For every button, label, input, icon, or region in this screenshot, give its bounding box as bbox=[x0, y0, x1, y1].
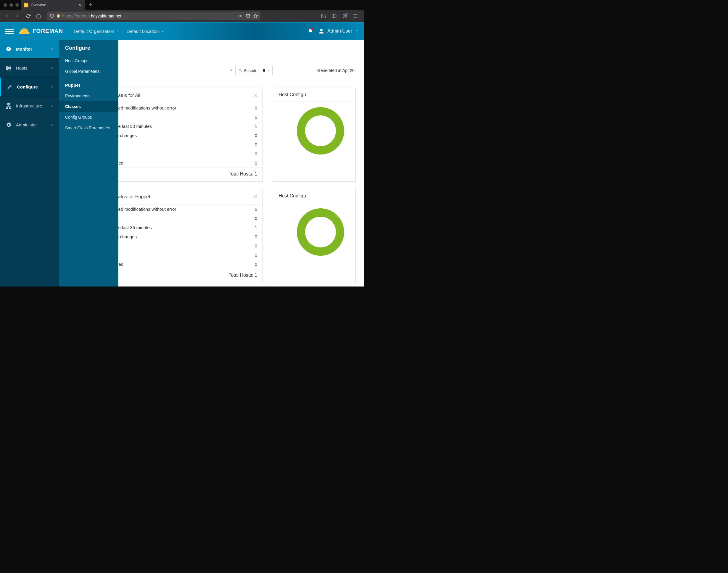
url-actions: ••• bbox=[238, 14, 258, 18]
location-dropdown[interactable]: Default Location bbox=[123, 29, 167, 34]
caret-down-icon bbox=[355, 29, 359, 33]
shield-icon[interactable] bbox=[50, 14, 54, 18]
status-value: 0 bbox=[255, 243, 257, 248]
sidebar-label: Monitor bbox=[16, 47, 32, 52]
svg-rect-3 bbox=[19, 32, 30, 34]
donut-chart bbox=[297, 107, 344, 155]
favicon-icon bbox=[24, 3, 29, 7]
close-window[interactable] bbox=[4, 3, 7, 7]
organization-dropdown[interactable]: Default Organization bbox=[70, 29, 123, 34]
brand-logo[interactable]: FOREMAN bbox=[19, 27, 63, 35]
hamburger-button[interactable] bbox=[5, 29, 14, 34]
tab-title: Overview bbox=[31, 3, 46, 7]
clear-search-button[interactable]: × bbox=[227, 66, 235, 75]
search-button[interactable]: Search bbox=[235, 66, 259, 75]
sidebar-label: Hosts bbox=[16, 65, 27, 70]
flyout-item-environments[interactable]: Environments bbox=[59, 91, 118, 101]
svg-point-5 bbox=[320, 29, 323, 32]
panel-close-button[interactable]: × bbox=[254, 193, 257, 200]
flyout-heading-puppet: Puppet bbox=[59, 76, 118, 91]
more-icon[interactable]: ••• bbox=[238, 14, 243, 18]
tabs-row: Overview × + bbox=[21, 0, 96, 10]
home-button[interactable] bbox=[34, 11, 43, 20]
notification-dot bbox=[311, 28, 314, 30]
tab-close-button[interactable]: × bbox=[77, 2, 82, 8]
sidebar-item-infrastructure[interactable]: Infrastructure bbox=[0, 97, 59, 115]
flyout-item-host-groups[interactable]: Host Groups bbox=[59, 55, 118, 66]
account-icon[interactable] bbox=[341, 12, 349, 20]
notifications-button[interactable] bbox=[308, 29, 313, 34]
generated-timestamp: Generated at Apr 20, bbox=[317, 68, 356, 73]
status-value: 1 bbox=[255, 225, 257, 230]
sidebar-icon[interactable] bbox=[330, 12, 338, 20]
status-value: 0 bbox=[255, 133, 257, 138]
browser-chrome: Overview × + https://foreman.heyva bbox=[0, 0, 364, 22]
sidebar-item-configure[interactable]: Configure bbox=[0, 77, 59, 97]
back-button[interactable] bbox=[2, 11, 11, 20]
status-value: 0 bbox=[255, 253, 257, 258]
svg-rect-11 bbox=[6, 107, 8, 108]
sidebar-label: Administer bbox=[16, 122, 37, 127]
user-menu[interactable]: Admin User bbox=[318, 28, 359, 34]
new-tab-button[interactable]: + bbox=[85, 1, 96, 8]
dashboard-icon bbox=[5, 46, 12, 52]
flyout-title: Configure bbox=[59, 40, 118, 55]
flyout-item-global-parameters[interactable]: Global Parameters bbox=[59, 66, 118, 76]
status-value: 0 bbox=[255, 142, 257, 147]
sidebar-item-administer[interactable]: Administer bbox=[0, 115, 59, 135]
status-value: 0 bbox=[255, 262, 257, 267]
bookmark-icon bbox=[262, 69, 266, 72]
wrench-icon bbox=[6, 84, 13, 90]
browser-toolbar: https://foreman.heyvaldemar.net ••• bbox=[0, 10, 364, 22]
titlebar: Overview × + bbox=[0, 0, 364, 10]
sidebar: Monitor Hosts Configure Infrastructure A… bbox=[0, 40, 59, 286]
sidebar-label: Configure bbox=[17, 84, 38, 89]
star-icon[interactable] bbox=[253, 14, 258, 18]
window-controls bbox=[4, 3, 19, 7]
chevron-right-icon bbox=[50, 104, 54, 108]
caret-down-icon bbox=[267, 69, 269, 72]
sidebar-item-monitor[interactable]: Monitor bbox=[0, 40, 59, 59]
forward-button[interactable] bbox=[13, 11, 22, 20]
network-icon bbox=[5, 103, 12, 109]
app-header: FOREMAN Default Organization Default Loc… bbox=[0, 22, 364, 40]
configure-flyout: Configure Host Groups Global Parameters … bbox=[59, 40, 118, 286]
status-value: 0 bbox=[255, 160, 257, 165]
panel-close-button[interactable]: × bbox=[254, 92, 257, 99]
panel-chart-puppet: Host Configu bbox=[273, 189, 356, 283]
chevron-right-icon bbox=[50, 47, 54, 51]
status-value: 0 bbox=[255, 105, 257, 110]
reload-button[interactable] bbox=[24, 11, 33, 20]
status-value: 0 bbox=[255, 207, 257, 212]
chevron-right-icon bbox=[50, 66, 54, 70]
svg-rect-0 bbox=[332, 14, 336, 18]
minimize-window[interactable] bbox=[9, 3, 13, 7]
svg-point-8 bbox=[7, 67, 8, 67]
flyout-item-classes[interactable]: Classes bbox=[59, 101, 118, 112]
server-icon bbox=[5, 65, 12, 71]
panel-chart-all: Host Configu bbox=[273, 88, 356, 182]
flyout-item-smart-class-parameters[interactable]: Smart Class Parameters bbox=[59, 122, 118, 133]
url-bar[interactable]: https://foreman.heyvaldemar.net ••• bbox=[47, 11, 260, 20]
svg-rect-4 bbox=[23, 28, 26, 30]
gear-icon bbox=[5, 122, 12, 128]
lock-icon[interactable] bbox=[56, 14, 60, 18]
maximize-window[interactable] bbox=[15, 3, 19, 7]
status-value: 0 bbox=[255, 234, 257, 239]
hardhat-icon bbox=[19, 27, 30, 35]
header-right: Admin User bbox=[308, 28, 359, 34]
sidebar-label: Infrastructure bbox=[16, 103, 42, 108]
status-value: 0 bbox=[255, 216, 257, 221]
menu-icon[interactable] bbox=[352, 12, 359, 20]
library-icon[interactable] bbox=[320, 12, 327, 20]
flyout-item-config-groups[interactable]: Config Groups bbox=[59, 112, 118, 122]
status-value: 0 bbox=[255, 114, 257, 119]
pocket-icon[interactable] bbox=[246, 14, 250, 18]
sidebar-item-hosts[interactable]: Hosts bbox=[0, 59, 59, 77]
bookmark-dropdown[interactable] bbox=[259, 66, 272, 75]
svg-rect-12 bbox=[9, 107, 11, 108]
svg-point-13 bbox=[239, 69, 241, 71]
browser-tab[interactable]: Overview × bbox=[21, 0, 85, 10]
brand-name: FOREMAN bbox=[33, 28, 63, 34]
app: FOREMAN Default Organization Default Loc… bbox=[0, 22, 364, 286]
